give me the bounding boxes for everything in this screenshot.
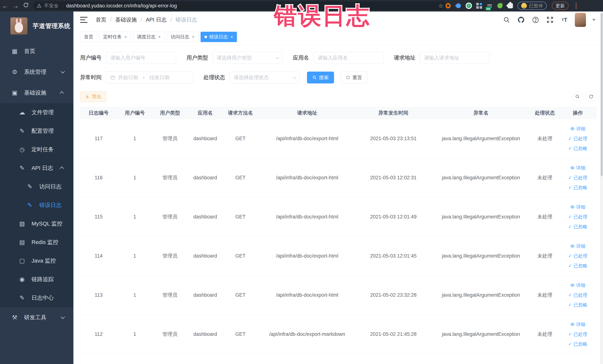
sidebar-item-配置管理[interactable]: ✎配置管理 xyxy=(0,122,73,140)
action-已忽略-link[interactable]: ✓已忽略 xyxy=(568,302,587,308)
cell-time: 2021-05-02 23:32:28 xyxy=(356,292,430,298)
edit-icon: ✎ xyxy=(18,127,26,134)
window-scrollbar[interactable] xyxy=(600,12,603,364)
action-已处理-link[interactable]: ✓已处理 xyxy=(568,331,587,337)
browser-menu-icon[interactable] xyxy=(576,3,577,9)
user-avatar[interactable] xyxy=(575,13,586,27)
bookmark-star-icon[interactable]: ☆ xyxy=(438,3,443,9)
extension-grid-icon[interactable] xyxy=(476,3,482,9)
reload-icon[interactable] xyxy=(21,2,31,10)
scrollbar-thumb[interactable] xyxy=(601,13,603,176)
search-icon[interactable] xyxy=(502,16,511,24)
filter-row-1: 用户编号 请输入用户编号 用户类型 请选择用户类型 应用名 请输入应用名 请求地… xyxy=(80,52,603,64)
eye-icon xyxy=(570,283,575,287)
sidebar-item-访问日志[interactable]: ✎访问日志 xyxy=(0,177,73,196)
extension-orange-ring-icon[interactable] xyxy=(445,3,451,9)
action-已处理-link[interactable]: ✓已处理 xyxy=(568,136,587,142)
breadcrumb-item-首页[interactable]: 首页 xyxy=(96,16,106,23)
sidebar-item-MySQL 监控[interactable]: ▧MySQL 监控 xyxy=(0,214,73,233)
help-icon[interactable] xyxy=(532,16,540,24)
font-size-icon[interactable]: TT xyxy=(560,16,568,24)
sidebar-item-文件管理[interactable]: ☁文件管理 xyxy=(0,103,73,122)
table-toolbar: 导出 xyxy=(73,91,603,102)
forward-icon[interactable]: → xyxy=(10,2,21,10)
extension-blue-drop-icon[interactable] xyxy=(455,3,462,9)
paused-extension-pill[interactable]: 已暂停 xyxy=(518,2,547,10)
cell-status: 未处理 xyxy=(532,292,558,298)
action-已忽略-link[interactable]: ✓已忽略 xyxy=(568,263,587,269)
action-已处理-link[interactable]: ✓已处理 xyxy=(568,214,587,220)
tab-label: 首页 xyxy=(84,34,93,40)
cell-user_id: 1 xyxy=(117,331,152,337)
action-详细-link[interactable]: 详细 xyxy=(570,126,585,132)
close-icon[interactable]: × xyxy=(231,34,233,39)
avatar-dropdown-icon[interactable] xyxy=(592,19,596,21)
action-已忽略-link[interactable]: ✓已忽略 xyxy=(568,185,587,191)
request-url-input[interactable]: 请输入请求地址 xyxy=(420,52,490,64)
sidebar-item-基础设施[interactable]: ▣基础设施 xyxy=(0,82,73,103)
address-bar[interactable]: 不安全 dashboard.yudao.iocoder.cn/infra/log… xyxy=(33,1,447,10)
search-button[interactable]: 搜索 xyxy=(307,71,334,83)
action-详细-link[interactable]: 详细 xyxy=(570,204,585,210)
sidebar-item-label: 基础设施 xyxy=(24,89,46,97)
clock-icon: ◷ xyxy=(18,146,26,153)
toggle-search-icon-button[interactable] xyxy=(572,91,583,102)
tab-定时任务[interactable]: 定时任务× xyxy=(99,32,131,42)
sidebar-item-日志中心[interactable]: ✎日志中心 xyxy=(0,289,73,307)
sidebar-item-定时任务[interactable]: ◷定时任务 xyxy=(0,140,73,159)
tab-首页[interactable]: 首页 xyxy=(80,32,97,42)
extension-list-icon[interactable]: on xyxy=(487,3,493,9)
browser-update-button[interactable]: 更新 xyxy=(552,2,568,10)
action-已处理-link[interactable]: ✓已处理 xyxy=(568,253,587,259)
fullscreen-icon[interactable] xyxy=(546,16,554,24)
tab-调度日志[interactable]: 调度日志× xyxy=(133,32,165,42)
action-详细-link[interactable]: 详细 xyxy=(570,243,585,249)
sidebar-toggle-icon[interactable] xyxy=(80,17,88,23)
reset-button[interactable]: 重置 xyxy=(340,71,367,83)
exception-time-range-input[interactable]: 开始日期 - 结束日期 xyxy=(106,71,193,83)
sidebar-item-API 日志[interactable]: ✎API 日志 xyxy=(0,159,73,177)
extensions-puzzle-icon[interactable] xyxy=(507,3,513,9)
action-已忽略-link[interactable]: ✓已忽略 xyxy=(568,341,587,347)
breadcrumb-item-基础设施[interactable]: 基础设施 xyxy=(115,16,137,23)
extension-leaf-icon[interactable] xyxy=(497,3,503,9)
sidebar-item-Java 监控[interactable]: ▢Java 监控 xyxy=(0,251,73,270)
action-详细-link[interactable]: 详细 xyxy=(570,321,585,328)
user-type-select[interactable]: 请选择用户类型 xyxy=(212,52,282,64)
tab-访问日志[interactable]: 访问日志× xyxy=(167,32,198,42)
user-id-input[interactable]: 请输入用户编号 xyxy=(106,52,176,64)
action-已忽略-link[interactable]: ✓已忽略 xyxy=(568,145,587,152)
table-tools xyxy=(572,91,596,102)
sidebar-item-Redis 监控[interactable]: ▤Redis 监控 xyxy=(0,233,73,251)
sidebar-item-链路追踪[interactable]: ◉链路追踪 xyxy=(0,270,73,289)
export-button[interactable]: 导出 xyxy=(80,91,106,102)
extension-green-v-icon[interactable]: V xyxy=(466,3,472,9)
monitor-icon: ▣ xyxy=(10,89,19,96)
action-已处理-link[interactable]: ✓已处理 xyxy=(568,175,587,181)
back-icon[interactable]: ← xyxy=(0,2,10,10)
close-icon[interactable]: × xyxy=(192,34,195,39)
refresh-table-button[interactable] xyxy=(586,91,596,102)
tab-label: 访问日志 xyxy=(171,34,189,40)
app-name-input[interactable]: 请输入应用名 xyxy=(313,52,383,64)
gear-icon: ⚙ xyxy=(10,69,19,75)
process-status-select[interactable]: 请选择处理状态 xyxy=(230,71,300,83)
cell-url: /api/infra/db-doc/export-markdown xyxy=(258,331,356,337)
action-详细-link[interactable]: 详细 xyxy=(570,165,585,171)
close-icon[interactable]: × xyxy=(124,34,127,39)
breadcrumb-item-API 日志[interactable]: API 日志 xyxy=(146,16,167,23)
github-icon[interactable] xyxy=(517,16,525,24)
cell-user_type: 管理员 xyxy=(152,174,188,181)
update-label: 更新 xyxy=(556,3,565,9)
action-已忽略-link[interactable]: ✓已忽略 xyxy=(568,224,587,230)
tab-错误日志[interactable]: 错误日志× xyxy=(201,32,237,42)
sidebar-item-研发工具[interactable]: ⚒研发工具 xyxy=(0,307,73,328)
chevron-up-icon xyxy=(60,166,64,171)
action-已处理-link[interactable]: ✓已处理 xyxy=(568,292,587,298)
action-详细-link[interactable]: 详细 xyxy=(570,282,585,288)
sidebar-item-错误日志[interactable]: ✎错误日志 xyxy=(0,196,73,214)
sidebar-item-首页[interactable]: ▦首页 xyxy=(0,41,73,61)
close-icon[interactable]: × xyxy=(158,34,161,39)
tools-icon: ⚒ xyxy=(10,314,19,321)
sidebar-item-系统管理[interactable]: ⚙系统管理 xyxy=(0,61,73,82)
